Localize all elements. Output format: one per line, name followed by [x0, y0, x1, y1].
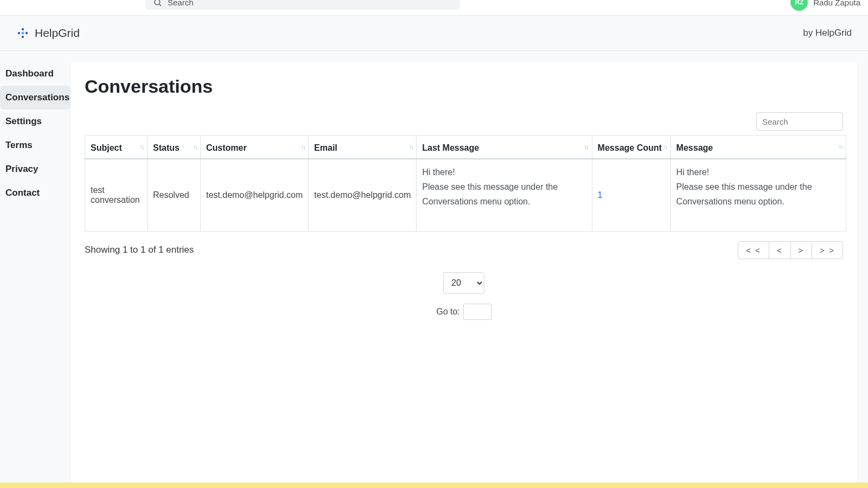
page-title: Conversations [81, 76, 846, 112]
sidebar-item-terms[interactable]: Terms [0, 133, 71, 157]
cell-email: test.demo@helpgrid.com [309, 159, 417, 231]
pager-first[interactable]: < < [738, 241, 769, 259]
sidebar-item-dashboard[interactable]: Dashboard [0, 62, 71, 86]
cell-message-count[interactable]: 1 [592, 159, 671, 231]
sort-icon: ↑↓ [838, 143, 843, 151]
svg-point-2 [22, 28, 24, 30]
svg-point-5 [25, 32, 28, 34]
page-size-select[interactable]: 20 [443, 272, 484, 294]
pager-next[interactable]: > [790, 241, 813, 259]
user-name: Radu Zaputa [813, 0, 860, 7]
brand[interactable]: HelpGrid [16, 27, 80, 40]
svg-point-0 [155, 0, 160, 4]
user-menu[interactable]: RZ Radu Zaputa [790, 0, 860, 11]
goto-input[interactable] [463, 304, 492, 320]
col-customer[interactable]: Customer↑↓ [201, 136, 309, 159]
pager-prev[interactable]: < [769, 241, 791, 259]
col-email[interactable]: Email↑↓ [309, 136, 417, 159]
cell-customer: test.demo@helpgrid.com [201, 159, 309, 231]
cell-status: Resolved [148, 159, 201, 231]
sort-icon: ↑↓ [193, 143, 197, 151]
sidebar-item-settings[interactable]: Settings [0, 110, 71, 133]
conversations-table: Subject↑↓ Status↑↓ Customer↑↓ Email↑↓ La… [85, 135, 846, 232]
brand-byline: by HelpGrid [803, 28, 852, 38]
svg-point-4 [18, 32, 20, 34]
sidebar: Dashboard Conversations Settings Terms P… [0, 51, 71, 483]
pager-last[interactable]: > > [812, 241, 843, 259]
svg-line-1 [159, 4, 161, 5]
global-search-placeholder: Search [168, 0, 194, 7]
col-message-count[interactable]: Message Count↑↓ [592, 136, 671, 159]
svg-point-6 [22, 32, 24, 35]
cell-last-message: Hi there!Please see this message under t… [417, 159, 592, 231]
table-row[interactable]: test conversation Resolved test.demo@hel… [85, 159, 846, 231]
sidebar-item-conversations[interactable]: Conversations [0, 86, 71, 110]
col-status[interactable]: Status↑↓ [148, 136, 201, 159]
global-search[interactable]: Search [145, 0, 460, 10]
logo-icon [16, 27, 29, 40]
entries-info: Showing 1 to 1 of 1 entries [85, 245, 194, 255]
avatar: RZ [790, 0, 808, 11]
sidebar-item-privacy[interactable]: Privacy [0, 157, 71, 181]
sort-icon: ↑↓ [663, 143, 667, 151]
sort-icon: ↑↓ [139, 143, 144, 151]
sort-icon: ↑↓ [409, 143, 413, 151]
search-icon [153, 0, 162, 7]
col-last-message[interactable]: Last Message↑↓ [417, 136, 592, 159]
goto-label: Go to: [436, 307, 460, 317]
brand-name: HelpGrid [35, 27, 80, 40]
app-header: HelpGrid by HelpGrid [0, 15, 868, 51]
col-message[interactable]: Message↑↓ [671, 136, 846, 159]
footer-accent [0, 483, 868, 488]
sidebar-item-contact[interactable]: Contact [0, 181, 71, 205]
sort-icon: ↑↓ [584, 143, 589, 151]
svg-point-3 [22, 36, 24, 38]
col-subject[interactable]: Subject↑↓ [85, 136, 148, 159]
sort-icon: ↑↓ [301, 143, 305, 151]
pager: < < < > > > [738, 241, 843, 259]
cell-message: Hi there!Please see this message under t… [671, 159, 846, 231]
cell-subject: test conversation [85, 159, 148, 231]
table-search-input[interactable] [756, 112, 843, 131]
